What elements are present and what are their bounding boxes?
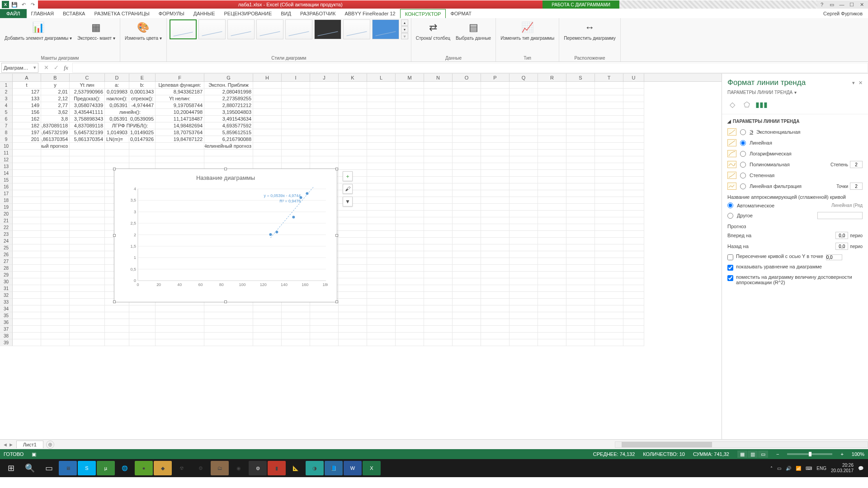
cell-L34[interactable] xyxy=(367,305,396,312)
cell-O15[interactable] xyxy=(453,177,481,183)
cell-S33[interactable] xyxy=(566,299,595,305)
cell-S22[interactable] xyxy=(566,224,595,231)
cell-A28[interactable] xyxy=(13,265,41,272)
cell-P5[interactable] xyxy=(481,109,509,116)
cell-B37[interactable] xyxy=(41,326,70,333)
cell-S14[interactable] xyxy=(566,170,595,177)
cell-L3[interactable] xyxy=(367,95,396,102)
opt-name-auto[interactable]: АвтоматическоеЛинейная (Ряд xyxy=(727,201,863,210)
cell-C31[interactable] xyxy=(70,285,105,292)
cell-N8[interactable] xyxy=(424,129,453,136)
cell-O1[interactable] xyxy=(453,82,481,89)
cell-M26[interactable] xyxy=(396,251,424,258)
row-header-34[interactable]: 34 xyxy=(0,305,13,312)
cell-L26[interactable] xyxy=(367,251,396,258)
row-header-27[interactable]: 27 xyxy=(0,258,13,265)
cell-A36[interactable] xyxy=(13,319,41,326)
cell-E34[interactable] xyxy=(129,305,156,312)
cell-C33[interactable] xyxy=(70,299,105,305)
cell-H11[interactable] xyxy=(253,150,282,156)
row-header-7[interactable]: 7 xyxy=(0,122,13,129)
cell-I36[interactable] xyxy=(282,319,310,326)
cell-N19[interactable] xyxy=(424,204,453,211)
cell-Q13[interactable] xyxy=(509,163,538,170)
cell-P8[interactable] xyxy=(481,129,509,136)
cell-G1[interactable]: Экспон. Приближ xyxy=(204,82,253,89)
cell-P23[interactable] xyxy=(481,231,509,238)
panel-subtitle[interactable]: ПАРАМЕТРЫ ЛИНИИ ТРЕНДА ▾ xyxy=(722,90,868,98)
chart-style-3[interactable] xyxy=(227,19,255,39)
cell-N20[interactable] xyxy=(424,211,453,217)
cell-S15[interactable] xyxy=(566,177,595,183)
cell-R5[interactable] xyxy=(538,109,566,116)
cell-A14[interactable] xyxy=(13,170,41,177)
cell-N2[interactable] xyxy=(424,89,453,95)
cell-U29[interactable] xyxy=(623,272,644,278)
cell-R22[interactable] xyxy=(538,224,566,231)
cell-C37[interactable] xyxy=(70,326,105,333)
cell-C2[interactable]: 2,537990966 xyxy=(70,89,105,95)
row-header-13[interactable]: 13 xyxy=(0,163,13,170)
cell-K11[interactable] xyxy=(339,150,367,156)
cell-C26[interactable] xyxy=(70,251,105,258)
cell-A15[interactable] xyxy=(13,177,41,183)
taskbar-app2[interactable]: ● xyxy=(135,461,153,475)
cell-U19[interactable] xyxy=(623,204,644,211)
cell-H8[interactable] xyxy=(253,129,282,136)
cell-I8[interactable] xyxy=(282,129,310,136)
cell-T5[interactable] xyxy=(595,109,623,116)
cell-S36[interactable] xyxy=(566,319,595,326)
cell-N23[interactable] xyxy=(424,231,453,238)
cell-C27[interactable] xyxy=(70,258,105,265)
cell-D12[interactable] xyxy=(105,156,129,163)
cell-P29[interactable] xyxy=(481,272,509,278)
taskbar-skype[interactable]: S xyxy=(78,461,96,475)
cell-Q16[interactable] xyxy=(509,183,538,190)
chart-style-1[interactable] xyxy=(170,19,197,39)
cell-P12[interactable] xyxy=(481,156,509,163)
cell-K27[interactable] xyxy=(339,258,367,265)
cell-L8[interactable] xyxy=(367,129,396,136)
cell-Q17[interactable] xyxy=(509,190,538,197)
cell-N32[interactable] xyxy=(424,292,453,299)
cell-S20[interactable] xyxy=(566,211,595,217)
opt-linear[interactable]: Линейная xyxy=(727,137,863,148)
cell-T38[interactable] xyxy=(595,333,623,339)
cell-C34[interactable] xyxy=(70,305,105,312)
cell-T15[interactable] xyxy=(595,177,623,183)
cell-I6[interactable] xyxy=(282,116,310,122)
cell-D11[interactable] xyxy=(105,150,129,156)
cell-C9[interactable]: 5,861370354 xyxy=(70,136,105,143)
cell-A23[interactable] xyxy=(13,231,41,238)
tab-format[interactable]: ФОРМАТ xyxy=(446,9,476,18)
cell-M29[interactable] xyxy=(396,272,424,278)
cell-R11[interactable] xyxy=(538,150,566,156)
cell-P33[interactable] xyxy=(481,299,509,305)
cell-O21[interactable] xyxy=(453,217,481,224)
cell-T8[interactable] xyxy=(595,129,623,136)
tray-clock[interactable]: 20:2620.03.2017 xyxy=(831,463,854,474)
cell-U12[interactable] xyxy=(623,156,644,163)
cell-K13[interactable] xyxy=(339,163,367,170)
row-header-14[interactable]: 14 xyxy=(0,170,13,177)
cell-O33[interactable] xyxy=(453,299,481,305)
cell-Q14[interactable] xyxy=(509,170,538,177)
cell-B2[interactable]: 2,01 xyxy=(41,89,70,95)
cell-L14[interactable] xyxy=(367,170,396,177)
cell-Q25[interactable] xyxy=(509,244,538,251)
cell-L35[interactable] xyxy=(367,312,396,319)
cell-B7[interactable]: 4,837089118 xyxy=(41,122,70,129)
cell-T14[interactable] xyxy=(595,170,623,177)
cell-P26[interactable] xyxy=(481,251,509,258)
cell-F36[interactable] xyxy=(156,319,204,326)
cell-L16[interactable] xyxy=(367,183,396,190)
cell-N13[interactable] xyxy=(424,163,453,170)
row-header-38[interactable]: 38 xyxy=(0,333,13,339)
cell-S9[interactable] xyxy=(566,136,595,143)
cell-S2[interactable] xyxy=(566,89,595,95)
chart-styles-button[interactable]: 🖌 xyxy=(343,184,353,194)
change-chart-type-button[interactable]: 📈Изменить тип диаграммы xyxy=(499,19,556,42)
cell-T11[interactable] xyxy=(595,150,623,156)
cell-H34[interactable] xyxy=(253,305,282,312)
cell-K21[interactable] xyxy=(339,217,367,224)
